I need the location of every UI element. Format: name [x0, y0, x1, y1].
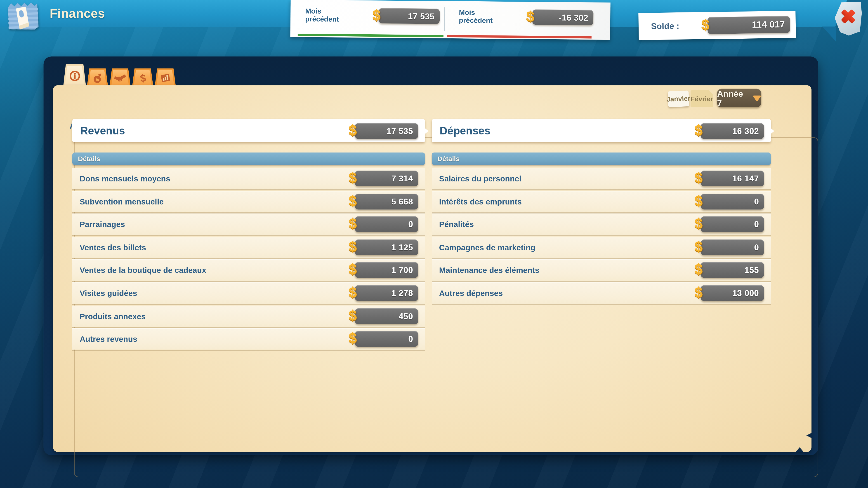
income-details-header: Détails — [72, 153, 425, 165]
info-icon — [69, 70, 81, 82]
row-value-group: $ 1 278 — [355, 285, 418, 301]
row-value: 16 147 — [701, 170, 764, 186]
row-value: 0 — [701, 239, 764, 255]
row-value-group: $ 0 — [701, 193, 764, 209]
prev-month-expense-value-group: $ -16 302 — [532, 9, 594, 25]
row-value-group: $ 0 — [355, 331, 418, 347]
row-label: Subvention mensuelle — [80, 191, 164, 212]
banner-divider — [444, 7, 445, 31]
dollar-icon: $ — [349, 306, 357, 324]
table-row: Parrainages $ 0 — [72, 214, 425, 235]
expenses-title: Dépenses — [440, 119, 490, 142]
row-value-group: $ 1 700 — [355, 262, 418, 278]
dollar-icon: $ — [526, 8, 534, 25]
expenses-column: Dépenses $ 16 302 Détails Salaires du pe… — [432, 86, 771, 452]
row-value-group: $ 155 — [701, 262, 764, 278]
row-value-group: $ 13 000 — [701, 285, 764, 301]
prev-month-expense-value: -16 302 — [532, 9, 594, 25]
dollar-icon: $ — [349, 330, 357, 347]
prev-month-income-value: 17 535 — [379, 8, 440, 24]
close-icon — [839, 7, 858, 26]
prev-month-income-label: Moisprécédent — [305, 7, 339, 24]
dollar-icon: $ — [349, 169, 357, 187]
row-label: Visites guidées — [80, 283, 137, 304]
dollar-icon: $ — [372, 6, 381, 24]
dollar-icon: $ — [694, 121, 703, 139]
balance-label: Solde : — [651, 12, 680, 40]
dollar-icon: $ — [694, 192, 703, 210]
row-value-group: $ 1 125 — [355, 239, 418, 255]
dollar-icon: $ — [349, 238, 357, 256]
dollar-icon: $ — [349, 192, 357, 210]
row-value-group: $ 0 — [355, 217, 418, 232]
expenses-total-group: $ 16 302 — [701, 123, 764, 139]
table-row: Pénalités $ 0 — [432, 214, 771, 235]
row-label: Autres revenus — [80, 328, 137, 350]
tab-finances[interactable]: $ — [132, 68, 153, 86]
row-label: Ventes de la boutique de cadeaux — [80, 259, 206, 281]
row-value: 0 — [355, 217, 418, 232]
row-value: 0 — [701, 193, 764, 209]
resize-notch-bottom-edge[interactable] — [796, 447, 804, 452]
expenses-details-header: Détails — [432, 153, 771, 165]
dollar-icon: $ — [349, 215, 357, 232]
row-label: Campagnes de marketing — [439, 236, 535, 258]
dollar-icon: $ — [694, 284, 703, 301]
row-value: 7 314 — [355, 170, 418, 186]
income-title: Revenus — [80, 119, 125, 142]
dollar-icon: $ — [694, 238, 703, 256]
table-row: Campagnes de marketing $ 0 — [432, 236, 771, 258]
row-value-group: $ 450 — [355, 308, 418, 324]
income-total-value: 17 535 — [355, 123, 418, 139]
balance-banner: Solde : $ 114 017 — [638, 11, 796, 40]
prev-month-income-value-group: $ 17 535 — [379, 8, 440, 24]
dollar-icon: $ — [701, 16, 710, 34]
table-row: Intérêts des emprunts $ 0 — [432, 191, 771, 212]
dollar-icon: $ — [694, 169, 703, 187]
header-fold-decoration — [822, 27, 836, 41]
svg-text:$: $ — [139, 72, 146, 84]
resize-notch-right-edge[interactable] — [807, 433, 812, 438]
table-row: Subvention mensuelle $ 5 668 — [72, 191, 425, 212]
income-summary-card: Revenus $ 17 535 — [72, 119, 425, 142]
money-bag-icon: $ — [92, 72, 103, 84]
row-value-group: $ 0 — [701, 239, 764, 255]
row-label: Salaires du personnel — [439, 168, 522, 189]
game-screen: Finances Moisprécédent $ 17 535 Moispréc… — [0, 0, 868, 488]
row-label: Dons mensuels moyens — [80, 168, 170, 189]
prev-month-expense-group: Moisprécédent $ -16 302 — [447, 1, 598, 40]
finances-panel-frame: $ $ — [43, 57, 818, 455]
income-rows: Dons mensuels moyens $ 7 314 Subvention … — [72, 168, 425, 351]
expenses-total-value: 16 302 — [701, 123, 764, 139]
previous-month-banner: Moisprécédent $ 17 535 Moisprécédent $ -… — [290, 0, 610, 40]
bar-chart-icon — [160, 72, 171, 84]
panel-paper: Aperçu Janvier Février Année 7 Revenus — [53, 86, 811, 452]
page-title: Finances — [50, 0, 105, 27]
expenses-rows: Salaires du personnel $ 16 147 Intérêts … — [432, 168, 771, 305]
balance-value-group: $ 114 017 — [707, 16, 790, 34]
row-label: Autres dépenses — [439, 283, 503, 304]
balance-value: 114 017 — [707, 16, 790, 34]
row-value-group: $ 5 668 — [355, 193, 418, 209]
row-value: 1 125 — [355, 239, 418, 255]
dollar-icon: $ — [694, 261, 703, 278]
dollar-icon: $ — [349, 261, 357, 278]
dollar-icon: $ — [137, 72, 148, 84]
finances-logo-icon — [5, 0, 41, 32]
tab-overview[interactable] — [63, 64, 86, 86]
tab-donations[interactable]: $ — [87, 68, 108, 86]
row-value: 5 668 — [355, 193, 418, 209]
tab-sponsorships[interactable] — [110, 68, 131, 86]
row-value: 1 700 — [355, 262, 418, 278]
row-label: Maintenance des éléments — [439, 259, 539, 281]
row-label: Parrainages — [80, 214, 125, 235]
dollar-icon: $ — [349, 284, 357, 301]
table-row: Salaires du personnel $ 16 147 — [432, 168, 771, 189]
tab-charts[interactable] — [155, 68, 176, 86]
table-row: Autres dépenses $ 13 000 — [432, 283, 771, 304]
dollar-icon: $ — [694, 215, 703, 232]
row-value: 1 278 — [355, 285, 418, 301]
table-row: Maintenance des éléments $ 155 — [432, 259, 771, 281]
dollar-icon: $ — [349, 121, 357, 139]
income-column: Revenus $ 17 535 Détails Dons mensuels m… — [72, 86, 425, 452]
